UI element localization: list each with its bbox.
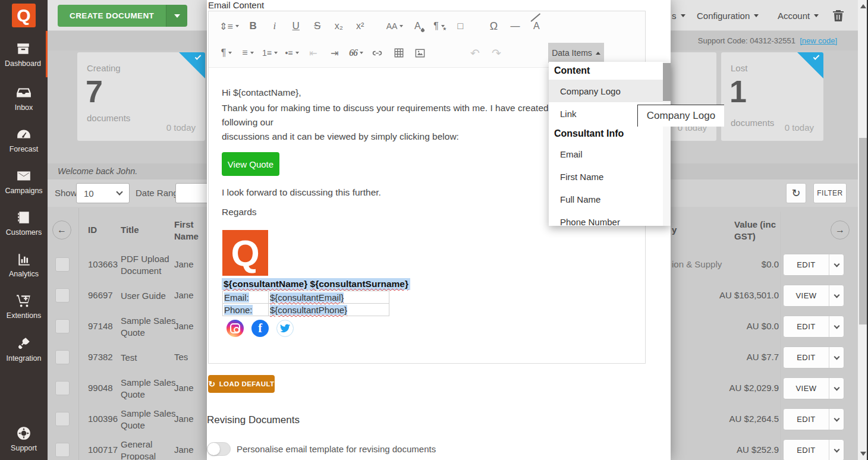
data-items-button[interactable]: Data Items: [548, 43, 604, 63]
insert-table-button[interactable]: [389, 44, 408, 62]
new-code-link[interactable]: [new code]: [800, 36, 837, 45]
col-header-first-name[interactable]: First Name: [174, 219, 206, 242]
subscript-button[interactable]: x₂: [329, 17, 348, 35]
col-header-value[interactable]: Value (inc GST): [734, 219, 779, 242]
dropdown-item-company-logo[interactable]: Company Logo: [549, 80, 671, 102]
text-color-button[interactable]: A: [408, 17, 427, 35]
sidebar-item-extentions[interactable]: Extentions: [0, 285, 48, 327]
row-action-button[interactable]: EDIT: [783, 408, 844, 430]
sidebar-item-customers[interactable]: Customers: [0, 202, 48, 244]
clear-formatting-button[interactable]: A: [527, 17, 546, 35]
action-caret[interactable]: [829, 285, 844, 306]
view-quote-button[interactable]: View Quote: [222, 152, 279, 176]
row-checkbox[interactable]: [55, 381, 70, 395]
nav-configuration[interactable]: Configuration: [697, 0, 759, 31]
refresh-button[interactable]: ↻: [786, 183, 806, 203]
paragraph-style-button[interactable]: ¶: [429, 17, 448, 35]
row-checkbox[interactable]: [55, 257, 70, 272]
undo-button[interactable]: ↶: [466, 44, 485, 62]
indent-button[interactable]: ⇥: [325, 44, 344, 62]
row-checkbox[interactable]: [55, 319, 70, 333]
facebook-icon[interactable]: f: [251, 320, 269, 337]
outdent-button[interactable]: ⇤: [304, 44, 323, 62]
sidebar-item-dashboard[interactable]: Dashboard: [0, 31, 48, 77]
action-caret[interactable]: [829, 347, 844, 368]
personalise-toggle[interactable]: [207, 442, 231, 456]
sidebar-item-campaigns[interactable]: Campaigns: [0, 160, 48, 202]
fullscreen-button[interactable]: □: [451, 17, 470, 35]
action-caret[interactable]: [829, 409, 844, 430]
sidebar-item-analytics[interactable]: Analytics: [0, 244, 48, 285]
insert-image-button[interactable]: [411, 44, 430, 62]
tile-creating[interactable]: Creating 7 documents 0 today: [77, 52, 205, 141]
strikethrough-button[interactable]: S: [308, 17, 327, 35]
blockquote-button[interactable]: 66: [347, 44, 366, 62]
show-select[interactable]: 10: [76, 183, 130, 203]
forward-arrow-button[interactable]: →: [831, 220, 850, 240]
action-caret[interactable]: [829, 316, 844, 337]
scrollbar-thumb[interactable]: [859, 138, 867, 324]
scroll-down-arrow[interactable]: [860, 452, 866, 456]
col-header-title[interactable]: Title: [121, 225, 139, 235]
tile-lost[interactable]: Lost 1 documents 0 today: [721, 52, 823, 141]
load-default-button[interactable]: ↻ LOAD DEFAULT: [208, 375, 275, 393]
row-checkbox[interactable]: [55, 350, 70, 364]
italic-button[interactable]: i: [265, 17, 284, 35]
nav-item-partial[interactable]: s: [672, 0, 685, 31]
special-character-button[interactable]: Ω: [484, 17, 503, 35]
instagram-icon[interactable]: [227, 320, 244, 337]
nav-account[interactable]: Account: [778, 0, 819, 31]
row-action-button[interactable]: VIEW: [783, 285, 844, 307]
scroll-up-arrow[interactable]: [860, 4, 866, 8]
row-action-button[interactable]: EDIT: [783, 439, 844, 460]
ordered-list-button[interactable]: 1≡: [260, 44, 280, 62]
row-checkbox[interactable]: [55, 412, 70, 426]
dropdown-scrollbar[interactable]: [663, 62, 671, 226]
back-arrow-button[interactable]: ←: [52, 220, 71, 240]
row-action-button[interactable]: EDIT: [783, 316, 844, 338]
superscript-button[interactable]: x²: [351, 17, 370, 35]
table-row[interactable]: 100717 General Proposal Jane: [48, 434, 207, 460]
sidebar-item-forecast[interactable]: Forecast: [0, 119, 48, 160]
company-logo-image[interactable]: Q: [222, 230, 268, 276]
row-action-button[interactable]: EDIT: [783, 346, 844, 368]
dropdown-item-phone-number[interactable]: Phone Number: [549, 210, 671, 226]
font-size-button[interactable]: AA: [384, 17, 406, 35]
action-caret[interactable]: [829, 440, 844, 460]
dropdown-scrollbar-thumb[interactable]: [663, 63, 671, 101]
table-row[interactable]: 99048 Sample Sales Quote Jane: [48, 373, 207, 404]
paragraph-format-button[interactable]: ¶: [217, 44, 236, 62]
line-height-button[interactable]: ⇕≡: [217, 17, 241, 35]
action-caret[interactable]: [829, 378, 844, 399]
underline-button[interactable]: U: [287, 17, 306, 35]
trash-icon[interactable]: [832, 0, 844, 31]
table-row[interactable]: 103663 PDF Upload Document Jane: [48, 249, 207, 280]
sidebar-item-integration[interactable]: Integration: [0, 327, 48, 371]
table-row[interactable]: 97148 Sample Sales Quote Jane: [48, 311, 207, 342]
dropdown-item-first-name[interactable]: First Name: [549, 165, 671, 188]
twitter-icon[interactable]: [276, 320, 294, 337]
dropdown-item-email[interactable]: Email: [549, 143, 671, 165]
insert-link-button[interactable]: [368, 44, 387, 62]
create-document-button[interactable]: CREATE DOCUMENT: [58, 5, 187, 27]
row-action-button[interactable]: VIEW: [783, 377, 844, 399]
table-row[interactable]: 96697 User Guide Jane: [48, 280, 207, 311]
action-caret[interactable]: [829, 254, 844, 275]
create-document-caret[interactable]: [166, 5, 187, 27]
app-logo[interactable]: Q: [0, 0, 48, 31]
filter-button[interactable]: FILTER: [813, 183, 847, 203]
row-checkbox[interactable]: [55, 443, 70, 457]
window-scrollbar[interactable]: [858, 0, 868, 460]
horizontal-rule-button[interactable]: —: [505, 17, 524, 35]
col-header-id[interactable]: ID: [88, 225, 97, 235]
table-row[interactable]: 100396 Sample Sales Quote Jane: [48, 404, 207, 434]
table-row[interactable]: 97382 Test Tes: [48, 342, 207, 373]
unordered-list-button[interactable]: •≡: [282, 44, 301, 62]
bold-button[interactable]: B: [244, 17, 263, 35]
row-action-button[interactable]: EDIT: [783, 254, 844, 276]
dropdown-item-full-name[interactable]: Full Name: [549, 188, 671, 210]
sidebar-item-inbox[interactable]: Inbox: [0, 77, 48, 119]
sidebar-item-support[interactable]: Support: [0, 419, 48, 458]
align-button[interactable]: ≡: [238, 44, 257, 62]
redo-button[interactable]: ↷: [487, 44, 506, 62]
